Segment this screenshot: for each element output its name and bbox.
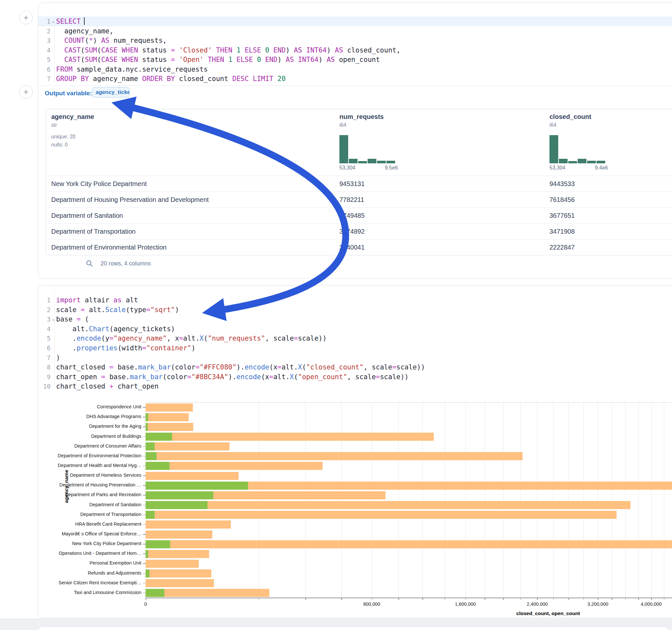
bar-open-count xyxy=(146,442,154,451)
table-row[interactable]: New York City Police Department945313194… xyxy=(46,176,672,192)
python-editor[interactable]: 1import altair as alt2scale = alt.Scale(… xyxy=(38,286,672,392)
code-text: .properties(width="container") xyxy=(56,343,195,353)
code-line[interactable]: 2 agency_name, xyxy=(38,26,672,36)
bar-open-count xyxy=(146,501,208,509)
table-row[interactable]: Department of Sanitation37494853677651 xyxy=(46,208,672,224)
column-header: num_requests xyxy=(339,113,384,121)
bar-open-count xyxy=(146,423,148,431)
y-axis-label: Correspondence Unit xyxy=(38,404,141,409)
x-axis-tick xyxy=(445,598,446,600)
gridline xyxy=(638,403,639,598)
code-line[interactable]: 8chart_closed = base.mark_bar(color="#FF… xyxy=(38,362,672,372)
cell-section-divider xyxy=(38,86,672,86)
y-axis-label: Operations Unit - Department of Hom… xyxy=(38,551,141,556)
chevron-down-icon[interactable]: ⌄ xyxy=(51,314,55,323)
bar-closed-count xyxy=(146,560,199,568)
code-line[interactable]: 4 alt.Chart(agency_tickets) xyxy=(38,324,672,334)
bar-open-count xyxy=(146,462,170,470)
code-text: ) xyxy=(56,353,60,363)
y-axis-tick xyxy=(143,417,146,417)
bar-closed-count xyxy=(146,404,193,412)
table-footer-summary: 20 rows, 4 columns xyxy=(100,260,151,267)
x-axis-tick-label: 0 xyxy=(144,602,147,607)
code-line[interactable]: 6 .properties(width="container") xyxy=(38,343,672,353)
y-axis-tick xyxy=(143,495,146,495)
chevron-down-icon[interactable]: ⌄ xyxy=(51,17,55,26)
code-line[interactable]: 6FROM sample_data.nyc.service_requests xyxy=(38,65,672,74)
code-line[interactable]: 5 .encode(y="agency_name", x=alt.X("num_… xyxy=(38,334,672,343)
bar-closed-count xyxy=(146,511,617,519)
table-cell: Department of Sanitation xyxy=(51,208,123,224)
y-axis-tick xyxy=(143,446,146,447)
code-line[interactable]: 3⌄base = ( xyxy=(38,314,672,324)
code-line[interactable]: 10chart_closed + chart_open xyxy=(38,382,672,391)
bar-open-count xyxy=(146,550,148,558)
search-icon[interactable] xyxy=(86,260,93,269)
x-axis-tick xyxy=(598,598,598,600)
y-axis-label: New York City Police Department xyxy=(38,541,141,546)
code-text: alt.Chart(agency_tickets) xyxy=(56,324,175,334)
bar-closed-count xyxy=(146,501,630,509)
y-axis-label: Department of Environmental Protection xyxy=(38,453,141,458)
column-header: agency_name xyxy=(51,113,94,121)
column-histogram xyxy=(339,135,396,163)
y-axis-tick xyxy=(143,563,146,564)
y-axis-label: Department of Homeless Services xyxy=(38,472,141,478)
gridline xyxy=(612,403,612,598)
table-cell: Department of Environmental Protection xyxy=(51,240,167,256)
x-axis-tick xyxy=(259,598,259,600)
x-axis-tick xyxy=(569,598,569,600)
x-axis-tick xyxy=(372,598,373,600)
line-number: 3 xyxy=(38,35,51,45)
code-text: GROUP BY agency_name ORDER BY closed_cou… xyxy=(56,74,286,83)
gutter-divider xyxy=(54,13,54,83)
chart-plot-area xyxy=(146,402,672,598)
table-row[interactable]: Department of Environmental Protection22… xyxy=(46,239,672,256)
bar-open-count xyxy=(146,540,170,548)
python-cell: 1import altair as alt2scale = alt.Scale(… xyxy=(38,285,672,618)
code-text: COUNT(*) AS num_requests, xyxy=(56,35,167,45)
table-row[interactable]: Department of Transportation377489234719… xyxy=(46,223,672,240)
code-line[interactable]: 1import altair as alt xyxy=(38,295,672,305)
y-axis-tick xyxy=(143,476,146,476)
altair-chart: Correspondence UnitDHS Advantage Program… xyxy=(38,397,672,614)
x-axis-line xyxy=(146,598,672,598)
code-line[interactable]: 2scale = alt.Scale(type="sqrt") xyxy=(38,305,672,315)
add-cell-button[interactable]: + xyxy=(19,85,33,98)
histogram-min-label: 53,304 xyxy=(339,165,355,171)
code-line[interactable]: 5 CAST(SUM(CASE WHEN status = 'Open' THE… xyxy=(38,55,672,65)
line-number: 7 xyxy=(38,353,51,363)
bar-open-count xyxy=(146,491,213,500)
line-number: 3 xyxy=(38,314,51,324)
x-axis-tick xyxy=(503,598,504,600)
code-line[interactable]: 4 CAST(SUM(CASE WHEN status = 'Closed' T… xyxy=(38,45,672,55)
x-axis-tick-label: 2,400,000 xyxy=(527,602,548,607)
y-axis-label: Taxi and Limousine Commission xyxy=(38,590,141,595)
gridline xyxy=(651,403,652,598)
y-axis-tick xyxy=(143,583,146,584)
y-axis-tick xyxy=(143,407,146,408)
code-text: import altair as alt xyxy=(56,295,138,305)
gridline xyxy=(423,403,423,598)
table-row[interactable]: Department of Housing Preservation and D… xyxy=(46,192,672,208)
y-axis-tick xyxy=(143,515,146,515)
next-cell-preview xyxy=(38,626,668,630)
y-axis-label: Personal Exemption Unit xyxy=(38,560,141,565)
code-line[interactable]: 7) xyxy=(38,353,672,363)
add-cell-button[interactable]: + xyxy=(19,11,33,24)
results-table: agency_namestrunique: 20nulls: 0num_requ… xyxy=(46,109,672,256)
line-number: 2 xyxy=(38,26,51,36)
sql-editor[interactable]: 1⌄SELECT2 agency_name,3 COUNT(*) AS num_… xyxy=(38,3,672,86)
line-number: 4 xyxy=(38,324,51,334)
code-line[interactable]: 9chart_open = base.mark_bar(color="#8BC3… xyxy=(38,372,672,382)
bar-open-count xyxy=(146,452,157,460)
code-line[interactable]: 7GROUP BY agency_name ORDER BY closed_co… xyxy=(38,74,672,83)
y-axis-title: agency_name xyxy=(64,469,69,503)
code-line[interactable]: 3 COUNT(*) AS num_requests, xyxy=(38,35,672,45)
output-variable-pill[interactable]: agency_tickets xyxy=(92,87,130,98)
code-line[interactable]: 1⌄SELECT xyxy=(38,17,672,26)
x-axis-tick-label: 3,200,000 xyxy=(587,602,608,607)
table-cell: 2240041 xyxy=(339,240,365,256)
line-number: 9 xyxy=(38,372,51,382)
x-axis-tick xyxy=(638,598,639,600)
